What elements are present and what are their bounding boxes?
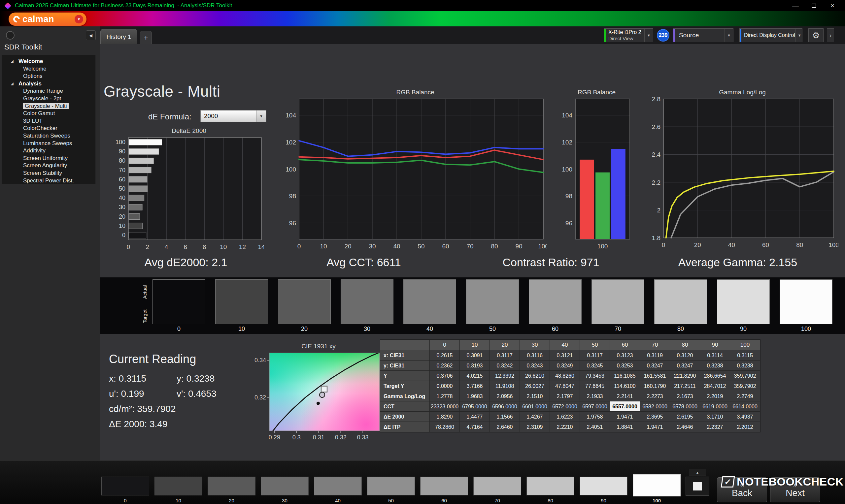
table-cell[interactable]: 0.3115 — [730, 350, 760, 361]
table-cell[interactable]: 0.3116 — [520, 350, 550, 361]
table-cell[interactable]: 48.8260 — [550, 371, 580, 381]
table-cell[interactable]: 2.2749 — [730, 391, 760, 401]
sidebar-item-luminance-sweeps[interactable]: Luminance Sweeps — [2, 140, 95, 147]
table-cell[interactable]: 4.0215 — [460, 371, 490, 381]
table-cell[interactable]: 359.7902 — [730, 371, 760, 381]
table-cell[interactable]: 2.2141 — [610, 391, 640, 401]
table-cell[interactable]: 6601.0000 — [520, 401, 550, 412]
table-cell[interactable]: 1.9758 — [580, 412, 610, 422]
table-cell[interactable]: 6614.0000 — [730, 401, 760, 412]
table-cell[interactable]: 0.2615 — [430, 350, 460, 361]
table-cell[interactable]: 2.3695 — [640, 412, 670, 422]
settings-button[interactable]: ⚙ — [808, 29, 824, 42]
table-cell[interactable]: 26.0027 — [520, 381, 550, 391]
expander-icon[interactable]: ◢ — [11, 80, 14, 88]
sidebar-item-screen-uniformity[interactable]: Screen Uniformity — [2, 155, 95, 162]
patch-scroll-up-button[interactable]: ▲ — [689, 469, 706, 476]
table-cell[interactable]: 0.3238 — [730, 361, 760, 371]
table-cell[interactable]: 2.2327 — [700, 422, 730, 432]
table-cell[interactable]: 12.3392 — [490, 371, 520, 381]
table-cell[interactable]: 6619.0000 — [700, 401, 730, 412]
table-cell[interactable]: 3.1710 — [700, 412, 730, 422]
sidebar-collapse-button[interactable]: ◀ — [86, 30, 96, 40]
table-cell[interactable]: 0.3242 — [490, 361, 520, 371]
tree-group-welcome[interactable]: ◢Welcome — [2, 58, 95, 65]
table-cell[interactable]: 0.3121 — [550, 350, 580, 361]
minimize-button[interactable]: — — [786, 0, 805, 11]
back-circle-button[interactable] — [6, 31, 15, 40]
table-cell[interactable]: 78.2860 — [430, 422, 460, 432]
sidebar-item-screen-angularity[interactable]: Screen Angularity — [2, 162, 95, 169]
table-cell[interactable]: 6572.0000 — [550, 401, 580, 412]
table-cell[interactable]: 0.3117 — [490, 350, 520, 361]
table-cell[interactable]: 284.7012 — [700, 381, 730, 391]
table-cell[interactable]: 2.0956 — [490, 391, 520, 401]
table-cell[interactable]: 6582.0000 — [640, 401, 670, 412]
table-cell[interactable]: 0.3123 — [610, 350, 640, 361]
table-cell[interactable]: 0.3119 — [640, 350, 670, 361]
table-cell[interactable]: 286.6654 — [700, 371, 730, 381]
table-cell[interactable]: 0.3247 — [640, 361, 670, 371]
maximize-button[interactable] — [805, 0, 823, 11]
patch-button-90[interactable] — [580, 476, 628, 496]
patch-button-0[interactable] — [101, 476, 149, 496]
table-cell[interactable]: 0.3253 — [610, 361, 640, 371]
table-cell[interactable]: 0.3120 — [670, 350, 700, 361]
source-dropdown[interactable]: Source ▼ — [673, 29, 734, 42]
table-cell[interactable]: 23323.0000 — [430, 401, 460, 412]
window-size-button[interactable] — [686, 476, 709, 496]
de-formula-select[interactable]: 2000 ▼ — [200, 110, 266, 122]
table-cell[interactable]: 47.8047 — [550, 381, 580, 391]
table-cell[interactable]: 6597.0000 — [580, 401, 610, 412]
table-cell[interactable]: 11.9108 — [490, 381, 520, 391]
table-cell[interactable]: 77.6645 — [580, 381, 610, 391]
table-cell[interactable]: 0.3245 — [580, 361, 610, 371]
calman-logo-button[interactable]: calman ▼ — [8, 13, 87, 26]
table-cell[interactable]: 1.4267 — [520, 412, 550, 422]
table-cell[interactable]: 161.5581 — [640, 371, 670, 381]
table-cell[interactable]: 2.2210 — [550, 422, 580, 432]
table-cell[interactable]: 1.8290 — [430, 412, 460, 422]
tree-group-analysis[interactable]: ◢Analysis — [2, 80, 95, 88]
table-cell[interactable]: 217.2511 — [670, 381, 700, 391]
patch-button-50[interactable] — [367, 476, 415, 496]
table-cell[interactable]: 2.2273 — [640, 391, 670, 401]
table-cell[interactable]: 6557.0000 — [610, 401, 640, 412]
sidebar-item-color-gamut[interactable]: Color Gamut — [2, 110, 95, 118]
table-cell[interactable]: 2.2012 — [730, 422, 760, 432]
table-cell[interactable]: 114.6100 — [610, 381, 640, 391]
sidebar-item-saturation-sweeps[interactable]: Saturation Sweeps — [2, 132, 95, 140]
table-cell[interactable]: 0.3706 — [430, 371, 460, 381]
table-cell[interactable]: 3.4937 — [730, 412, 760, 422]
table-cell[interactable]: 1.9683 — [460, 391, 490, 401]
table-cell[interactable]: 221.8290 — [670, 371, 700, 381]
sidebar-item-screen-stability[interactable]: Screen Stability — [2, 169, 95, 177]
table-cell[interactable]: 6795.0000 — [460, 401, 490, 412]
table-cell[interactable]: 0.3243 — [520, 361, 550, 371]
table-cell[interactable]: 2.4646 — [670, 422, 700, 432]
table-cell[interactable]: 0.3247 — [670, 361, 700, 371]
patch-button-80[interactable] — [527, 476, 574, 496]
table-cell[interactable]: 2.6195 — [670, 412, 700, 422]
chevron-down-icon[interactable]: ▼ — [795, 29, 804, 42]
patch-button-40[interactable] — [314, 476, 362, 496]
expander-icon[interactable]: ◢ — [11, 58, 14, 65]
sidebar-item-additivity[interactable]: Additivity — [2, 147, 95, 155]
sidebar-item-colorchecker[interactable]: ColorChecker — [2, 125, 95, 132]
chevron-down-icon[interactable]: ▼ — [644, 29, 653, 42]
sidebar-item-spectral-power-dist[interactable]: Spectral Power Dist. — [2, 177, 95, 184]
patch-button-100[interactable] — [633, 474, 681, 497]
sidebar-item-dynamic-range[interactable]: Dynamic Range — [2, 87, 95, 95]
table-cell[interactable]: 116.1085 — [610, 371, 640, 381]
expand-right-button[interactable]: › — [827, 29, 834, 42]
table-cell[interactable]: 0.3091 — [460, 350, 490, 361]
table-cell[interactable]: 1.6223 — [550, 412, 580, 422]
table-cell[interactable]: 0.3114 — [700, 350, 730, 361]
table-cell[interactable]: 0.3249 — [550, 361, 580, 371]
table-cell[interactable]: 0.3238 — [700, 361, 730, 371]
table-cell[interactable]: 160.1790 — [640, 381, 670, 391]
sidebar-item-3d-lut[interactable]: 3D LUT — [2, 118, 95, 125]
table-cell[interactable]: 2.4051 — [580, 422, 610, 432]
meter-dropdown[interactable]: X-Rite i1Pro 2 Direct View ▼ — [604, 29, 653, 42]
table-cell[interactable]: 0.0000 — [430, 381, 460, 391]
